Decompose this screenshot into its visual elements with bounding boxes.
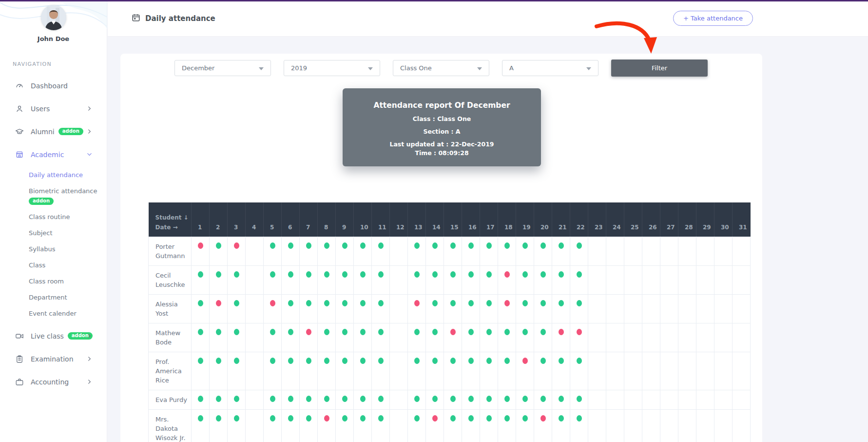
attendance-dot-present [378,358,384,364]
attendance-cell [462,409,480,442]
attendance-dot-present [522,300,528,306]
attendance-cell [426,294,444,323]
submenu-item-subject[interactable]: Subject [0,225,107,241]
take-attendance-button[interactable]: + Take attendance [673,11,753,26]
sidebar-item-dashboard[interactable]: Dashboard [0,74,107,97]
attendance-cell [372,323,390,352]
attendance-cell [246,237,264,265]
attendance-cell [660,390,678,409]
attendance-dot-present [234,329,239,335]
sidebar-item-examination[interactable]: Examination [0,347,107,370]
attendance-dot-present [198,358,203,364]
student-row: Cecil Leuschke [149,265,751,294]
attendance-cell [228,323,246,352]
attendance-cell [318,294,336,323]
attendance-cell [408,390,426,409]
submenu-item-event-calender[interactable]: Event calender [0,305,107,321]
student-row: Mrs. Dakota Wisozk Jr. [149,409,751,442]
attendance-cell [354,409,372,442]
attendance-cell [390,265,408,294]
day-column-header: 9 [336,202,354,237]
submenu-item-daily-attendance[interactable]: Daily attendance [0,167,107,183]
attendance-cell [210,352,228,390]
attendance-cell [570,409,588,442]
attendance-table: Student ↓ Date → 12345678910111213141516… [148,202,751,442]
sidebar-item-live-class[interactable]: Live classaddon [0,324,107,347]
attendance-cell [372,352,390,390]
attendance-dot-present [486,329,492,335]
submenu-item-biometric-attendance[interactable]: Biometric attendanceaddon [0,183,107,209]
sidebar-item-alumni[interactable]: Alumniaddon [0,120,107,143]
attendance-cell [733,323,751,352]
attendance-dot-present [234,415,239,422]
attendance-dot-present [414,358,420,364]
attendance-dot-present [324,358,329,364]
attendance-dot-present [324,329,329,335]
attendance-dot-present [270,329,275,335]
caret-down-icon [259,67,264,70]
chevron-right-icon [87,106,92,111]
attendance-dot-present [378,242,384,249]
attendance-dot-present [288,358,293,364]
attendance-cell [588,237,606,265]
attendance-dot-present [288,396,293,402]
accounting-icon [15,377,24,387]
attendance-dot-present [468,396,474,402]
submenu-item-class[interactable]: Class [0,257,107,273]
attendance-dot-present [342,415,347,422]
sidebar-item-users[interactable]: Users [0,97,107,120]
attendance-cell [462,390,480,409]
submenu-item-department[interactable]: Department [0,289,107,305]
attendance-report-card: Attendance report Of December Class : Cl… [343,88,541,166]
attendance-cell [228,390,246,409]
student-name-cell: Porter Gutmann [149,237,192,265]
attendance-cell [300,265,318,294]
day-column-header: 22 [570,202,588,237]
sidebar-item-accounting[interactable]: Accounting [0,370,107,393]
attendance-cell [372,390,390,409]
day-column-header: 30 [714,202,733,237]
attendance-cell [480,237,498,265]
attendance-dot-present [450,396,456,402]
attendance-dot-present [522,329,528,335]
section-select[interactable]: A [502,60,598,76]
attendance-cell [696,352,714,390]
attendance-cell [192,237,210,265]
attendance-cell [426,409,444,442]
attendance-cell [408,237,426,265]
attendance-cell [192,390,210,409]
sidebar-item-academic[interactable]: Academic [0,143,107,166]
attendance-cell [372,294,390,323]
submenu-item-class-routine[interactable]: Class routine [0,209,107,225]
month-select[interactable]: December [174,60,271,76]
submenu-item-class-room[interactable]: Class room [0,273,107,289]
attendance-cell [426,352,444,390]
attendance-dot-present [306,300,311,306]
attendance-dot-present [577,300,582,306]
attendance-cell [390,352,408,390]
addon-badge: addon [29,198,54,205]
attendance-dot-present [486,242,492,249]
attendance-cell [498,409,516,442]
attendance-cell [516,265,534,294]
sidebar-item-label: Examination [31,355,74,363]
attendance-dot-present [540,242,546,249]
year-select[interactable]: 2019 [284,60,380,76]
attendance-dot-present [559,415,564,422]
attendance-dot-absent [198,242,203,249]
filter-button[interactable]: Filter [611,60,708,77]
attendance-cell [462,323,480,352]
attendance-dot-present [216,242,221,249]
class-select[interactable]: Class One [393,60,489,76]
attendance-cell [714,265,733,294]
attendance-dot-absent [559,329,564,335]
calendar-icon [132,13,140,24]
submenu-item-syllabus[interactable]: Syllabus [0,241,107,257]
caret-down-icon [368,67,373,70]
attendance-dot-present [432,329,438,335]
attendance-cell [552,265,570,294]
attendance-cell [480,323,498,352]
attendance-cell [696,390,714,409]
attendance-dot-present [234,271,239,278]
attendance-dot-present [414,242,420,249]
